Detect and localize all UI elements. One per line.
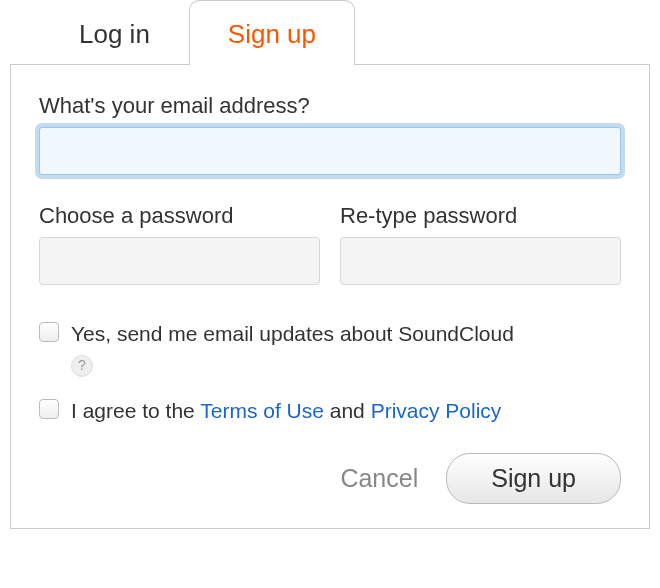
help-icon[interactable]: ?: [71, 355, 93, 377]
signup-button[interactable]: Sign up: [446, 453, 621, 504]
agree-prefix: I agree to the: [71, 399, 200, 422]
signup-panel: What's your email address? Choose a pass…: [10, 64, 650, 529]
password-label: Choose a password: [39, 203, 320, 229]
updates-row: Yes, send me email updates about SoundCl…: [39, 319, 621, 378]
email-label: What's your email address?: [39, 93, 621, 119]
email-field[interactable]: [39, 127, 621, 175]
agree-checkbox[interactable]: [39, 399, 59, 419]
cancel-button[interactable]: Cancel: [340, 464, 418, 493]
repassword-field[interactable]: [340, 237, 621, 285]
actions-row: Cancel Sign up: [39, 453, 621, 504]
password-row: Choose a password Re-type password: [39, 203, 621, 285]
agree-mid: and: [324, 399, 371, 422]
tab-signup[interactable]: Sign up: [189, 0, 355, 65]
updates-checkbox[interactable]: [39, 322, 59, 342]
agree-row: I agree to the Terms of Use and Privacy …: [39, 396, 621, 425]
privacy-link[interactable]: Privacy Policy: [371, 399, 502, 422]
tab-login[interactable]: Log in: [40, 0, 189, 64]
repassword-label: Re-type password: [340, 203, 621, 229]
agree-label: I agree to the Terms of Use and Privacy …: [71, 396, 501, 425]
updates-label-wrap: Yes, send me email updates about SoundCl…: [71, 319, 514, 378]
updates-label: Yes, send me email updates about SoundCl…: [71, 322, 514, 345]
password-field[interactable]: [39, 237, 320, 285]
auth-tabs: Log in Sign up: [0, 0, 660, 64]
terms-link[interactable]: Terms of Use: [200, 399, 324, 422]
